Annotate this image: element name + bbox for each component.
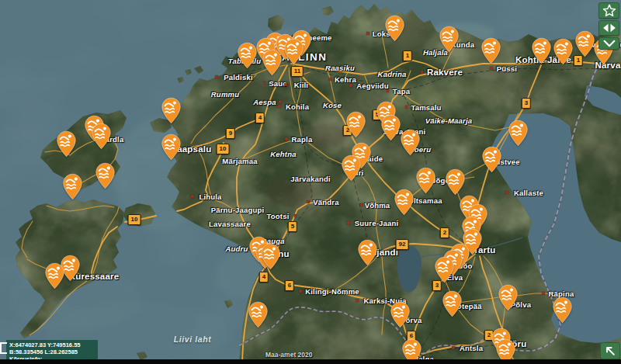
swim-site-marker[interactable] [552,296,573,324]
swim-site-marker[interactable] [415,167,436,194]
swim-site-marker[interactable] [531,37,552,64]
bottom-bar [0,359,621,364]
swim-site-marker[interactable] [237,42,258,69]
swimmer-pin-icon [439,26,460,53]
swimmer-pin-icon [44,262,65,289]
swim-site-marker[interactable] [574,30,595,57]
arrow-up-left-icon [604,345,616,357]
swimmer-pin-icon [445,168,466,196]
swim-site-marker[interactable] [481,146,502,173]
swim-site-marker[interactable] [345,111,366,138]
previous-extent-button[interactable] [600,342,620,359]
swimmer-pin-icon [434,256,455,283]
swim-site-marker[interactable] [480,37,501,64]
sea-label: Liivi laht [174,335,212,344]
swimmer-pin-icon [260,243,281,270]
swimmer-pin-icon [95,162,116,189]
swim-site-marker[interactable] [434,256,455,283]
swimmer-pin-icon [91,123,112,150]
left-right-arrows-button[interactable] [598,20,619,36]
swimmer-pin-icon [574,30,595,57]
swimmer-pin-icon [56,130,77,158]
chevron-down-button[interactable] [598,37,619,50]
swimmer-pin-icon [481,146,502,173]
swimmer-pin-icon [248,301,269,328]
swim-site-marker[interactable] [62,173,83,200]
swimmer-pin-icon [415,167,436,194]
swim-site-marker[interactable] [283,38,304,65]
swim-site-marker[interactable] [56,130,77,158]
swim-site-marker[interactable] [390,301,411,328]
swim-site-marker[interactable] [357,239,378,266]
swimmer-pin-icon [531,37,552,64]
swim-site-marker[interactable] [95,162,116,189]
swimmer-pin-icon [394,189,415,216]
star-icon [602,4,616,17]
star-button[interactable] [598,2,619,19]
swimmer-pin-icon [357,239,378,266]
swimmer-pin-icon [553,38,574,65]
swimmer-pin-icon [384,15,405,42]
swim-site-marker[interactable] [445,168,466,196]
map-attribution: Maa-amet 2020 [265,351,312,359]
swimmer-pin-icon [237,42,258,69]
swim-site-marker[interactable] [91,123,112,150]
swim-site-marker[interactable] [161,97,182,124]
swimmer-pin-icon [498,284,519,311]
swim-site-marker[interactable] [400,129,421,156]
swim-site-marker[interactable] [341,154,362,182]
swim-site-marker[interactable] [508,120,529,147]
swim-site-marker[interactable] [44,262,65,289]
swimmer-pin-icon [341,154,362,182]
swim-site-marker[interactable] [384,15,405,42]
swim-site-marker[interactable] [498,284,519,311]
swimmer-pin-icon [442,290,463,317]
swimmer-pin-icon [262,49,283,76]
swim-site-marker[interactable] [262,49,283,76]
swim-site-marker[interactable] [161,133,182,161]
swimmer-pin-icon [283,38,304,65]
map-application: HaabneemeTabasaluPaldiskiRummuSaueKiiliA… [0,0,621,364]
swim-site-marker[interactable] [394,189,415,216]
swimmer-pin-icon [400,129,421,156]
swim-site-marker[interactable] [248,301,269,328]
swimmer-pin-icon [552,296,573,324]
swim-site-marker[interactable] [380,114,401,141]
swimmer-pin-icon [62,173,83,200]
swimmer-pin-icon [345,111,366,138]
swimmer-pin-icon [380,114,401,141]
chevron-down-icon [603,40,616,47]
swimmer-pin-icon [390,301,411,328]
swimmer-pin-icon [161,97,182,124]
coords-xy: X:6474027.83 Y:749516.55 [9,341,95,348]
coords-latlon: B:58.335456 L:28.262585 [9,348,95,355]
collapsed-panel-handle[interactable] [0,342,7,354]
left-right-arrows-icon [602,23,616,33]
swim-site-marker[interactable] [260,243,281,270]
swimmer-pin-icon [508,120,529,147]
swimmer-pin-icon [480,37,501,64]
swim-site-marker[interactable] [442,290,463,317]
swim-site-marker[interactable] [553,38,574,65]
swimmer-pin-icon [161,133,182,161]
swim-site-marker[interactable] [439,26,460,53]
